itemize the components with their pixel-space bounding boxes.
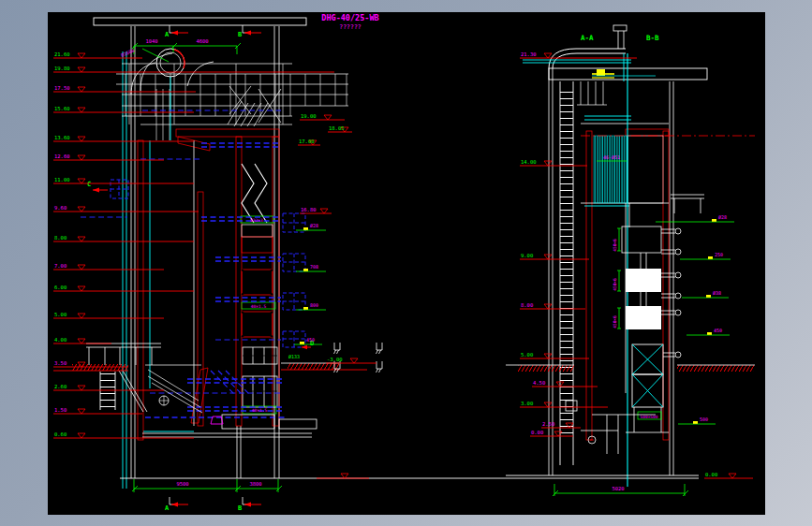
elevation-value: 3.00 <box>521 401 533 406</box>
elevation-value: 19.80 <box>54 66 70 71</box>
drawing-canvas[interactable]: DHG-40/25-WB ?????? A B C D A B A-A B-B … <box>48 12 765 515</box>
access-ladder <box>560 81 577 465</box>
elevation-value: 14.00 <box>521 159 537 165</box>
leader-annotation: 250 <box>680 252 731 260</box>
flue-duct-lines <box>81 110 305 417</box>
dimension-value: 1040 <box>145 38 157 44</box>
pipe-size-label: Ø133 <box>288 354 300 359</box>
bank-tube-label: Ø32×3 <box>250 218 263 223</box>
image-viewer-matte: DHG-40/25-WB ?????? A B C D A B A-A B-B … <box>0 0 812 526</box>
leader-label: 450 <box>714 328 722 333</box>
monorail-beam <box>94 18 306 25</box>
elevation-value: 5.00 <box>54 312 66 317</box>
bundle-tube-label: 46-Ø51 <box>603 154 620 160</box>
top-platform-structure <box>116 53 348 140</box>
elevation-marker: 19.80 <box>53 66 334 72</box>
elevation-value: 18.05 <box>329 125 345 131</box>
leader-label: 800 <box>310 302 318 308</box>
elevation-value: 9.00 <box>521 253 533 258</box>
elevation-marker: 17.00 <box>298 139 320 145</box>
elevation-marker: 18.05 <box>328 125 352 132</box>
elevation-marker: 8.00 <box>53 235 194 241</box>
dimension-value: 4600 <box>196 38 208 44</box>
elevation-marker: 1.50 <box>53 407 142 414</box>
elevation-value: 17.50 <box>54 85 70 91</box>
economizer-banks <box>617 203 681 393</box>
elevation-marker <box>317 474 369 478</box>
elevation-value: 6.00 <box>54 285 66 290</box>
elevation-value: 16.80 <box>301 207 317 212</box>
elevation-value: 17.00 <box>299 139 315 144</box>
drawing-subtitle: ?????? <box>339 23 362 31</box>
boiler-drawing-svg: DHG-40/25-WB ?????? A B C D A B A-A B-B … <box>48 12 765 515</box>
elevation-value: 2.60 <box>54 384 66 389</box>
elevation-value: 4.50 <box>533 380 545 386</box>
leader-annotation: Ø38 <box>682 290 729 299</box>
elevation-value: 15.60 <box>54 106 70 111</box>
elevation-marker: 16.80 <box>300 207 332 213</box>
section-marker-a-top: A <box>165 31 170 38</box>
air-heater <box>243 347 277 414</box>
elevation-value: 21.60 <box>54 51 70 57</box>
leader-annotation: 708 <box>296 264 326 272</box>
dimension-value: 3800 <box>249 481 261 487</box>
elevation-marker: 15.60 <box>53 106 194 112</box>
tube-bundles <box>581 116 669 206</box>
elevation-marker: 14.00 <box>520 159 587 166</box>
elevation-value: 8.00 <box>521 302 533 308</box>
elevation-value: 0.00 <box>705 472 717 477</box>
elevation-value: 8.00 <box>54 235 66 241</box>
elevation-marker: 5.00 <box>53 312 164 318</box>
leader-annotation: 800 <box>296 302 326 311</box>
leader-label: 708 <box>310 264 318 270</box>
elevation-value: 11.00 <box>54 177 70 183</box>
hopper-size-label: 500×500 <box>641 415 658 419</box>
elevation-value: 13.60 <box>54 135 70 140</box>
elevation-marker: -3.00 <box>326 357 376 363</box>
elevation-marker: 13.60 <box>53 135 194 141</box>
elevation-value: 19.00 <box>301 113 317 119</box>
elevation-marker: 19.00 <box>300 113 345 120</box>
elevation-marker: 6.00 <box>53 285 194 291</box>
view-label-aa: A-A <box>581 34 594 42</box>
elevation-value: 1.50 <box>54 407 66 413</box>
leader-label: Ø28 <box>718 214 727 220</box>
drawing-title: DHG-40/25-WB <box>321 13 378 22</box>
section-marker-b-top: B <box>238 31 242 38</box>
elevation-marker: 0.00 <box>704 472 753 478</box>
chain-grate-equipment <box>142 365 317 437</box>
ground-hatch-right <box>506 365 755 372</box>
top-dimension <box>132 43 241 54</box>
airheater-bottom-label: 40×1.5 <box>252 408 268 413</box>
section-marker-b-bottom: B <box>238 504 242 512</box>
elevation-value: 0.60 <box>54 431 66 437</box>
ladder <box>100 372 115 410</box>
superheater-coil <box>242 164 267 223</box>
leader-annotation: Ø28 <box>296 223 326 231</box>
leader-label: Ø28 <box>310 223 318 228</box>
annotation-layer: 21.6019.8017.5015.6013.6012.6011.009.608… <box>53 38 753 491</box>
section-marker-a-bottom: A <box>165 504 170 512</box>
dimension-value: 5020 <box>612 486 624 491</box>
drum-diameter-label: Ø1600 <box>120 48 135 58</box>
elevation-value: -3.00 <box>327 357 343 362</box>
elevation-value: 21.30 <box>521 51 537 57</box>
elevation-value: 2.50 <box>542 421 554 427</box>
ash-hopper <box>626 344 669 432</box>
economizer-pitch-label: 450×6 <box>613 315 617 329</box>
leader-label: 450 <box>306 337 315 343</box>
section-marker-c: C <box>87 181 91 188</box>
leader-annotation: 450 <box>294 337 322 345</box>
elevation-marker: 12.60 <box>53 153 164 160</box>
airheater-top-label: 40×1.5 <box>251 304 267 309</box>
flue-duct-bend <box>549 49 626 68</box>
elevation-marker: 9.60 <box>53 205 199 212</box>
view-label-bb: B-B <box>646 34 659 42</box>
elevation-marker: 4.00 <box>53 337 111 343</box>
elevation-value: 7.00 <box>54 263 66 269</box>
leader-annotation: 450 <box>687 328 730 336</box>
elevation-value: 9.60 <box>54 205 66 211</box>
elevation-value: 5.00 <box>521 352 533 358</box>
dimension-value: 9500 <box>176 481 188 487</box>
elevation-value: 4.00 <box>54 337 66 343</box>
